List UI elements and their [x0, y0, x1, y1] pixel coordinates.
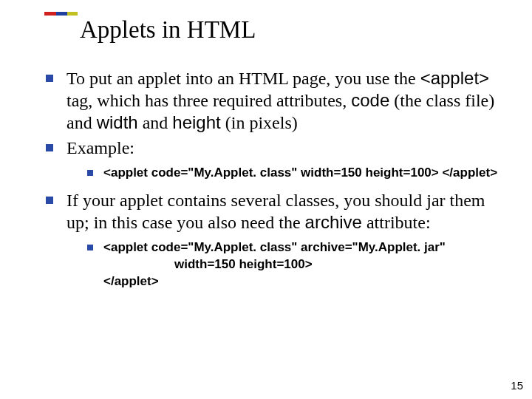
square-bullet-icon — [87, 170, 93, 176]
code-example-1: <applet code="My.Applet. class" width=15… — [103, 165, 497, 182]
code-span: code — [351, 90, 389, 110]
sub-bullet-3: <applet code="My.Applet. class" archive=… — [46, 239, 510, 290]
code-span: <applet> — [420, 68, 489, 88]
text-span: tag, which has three required attributes… — [66, 91, 351, 110]
square-bullet-icon — [46, 197, 53, 204]
code-line: width=150 height=100> — [103, 256, 446, 273]
text-span: To put an applet into an HTML page, you … — [66, 69, 420, 88]
text-span: and — [138, 113, 173, 132]
bullet-3: If your applet contains several classes,… — [46, 189, 510, 233]
square-bullet-icon — [46, 75, 53, 82]
bullet-2: Example: — [46, 137, 510, 159]
slide-title-area: Applets in HTML — [0, 0, 532, 50]
code-span: height — [172, 112, 220, 132]
text-span: attribute: — [362, 213, 431, 232]
square-bullet-icon — [46, 144, 53, 151]
square-bullet-icon — [87, 245, 93, 250]
bullet-2-text: Example: — [66, 137, 134, 159]
bullet-1: To put an applet into an HTML page, you … — [46, 67, 510, 134]
sub-bullet-2: <applet code="My.Applet. class" width=15… — [46, 165, 510, 182]
bullet-1-text: To put an applet into an HTML page, you … — [66, 67, 510, 134]
title-accent-bar — [44, 12, 78, 16]
code-span: width — [97, 112, 138, 132]
slide-title: Applets in HTML — [44, 13, 532, 44]
bullet-3-text: If your applet contains several classes,… — [66, 189, 510, 233]
page-number: 15 — [511, 379, 523, 392]
code-line: <applet code="My.Applet. class" archive=… — [103, 240, 446, 254]
code-example-2: <applet code="My.Applet. class" archive=… — [103, 239, 446, 290]
code-span: archive — [305, 212, 362, 232]
text-span: (in pixels) — [221, 113, 298, 132]
slide-content: To put an applet into an HTML page, you … — [0, 50, 532, 290]
code-line: </applet> — [103, 274, 159, 288]
